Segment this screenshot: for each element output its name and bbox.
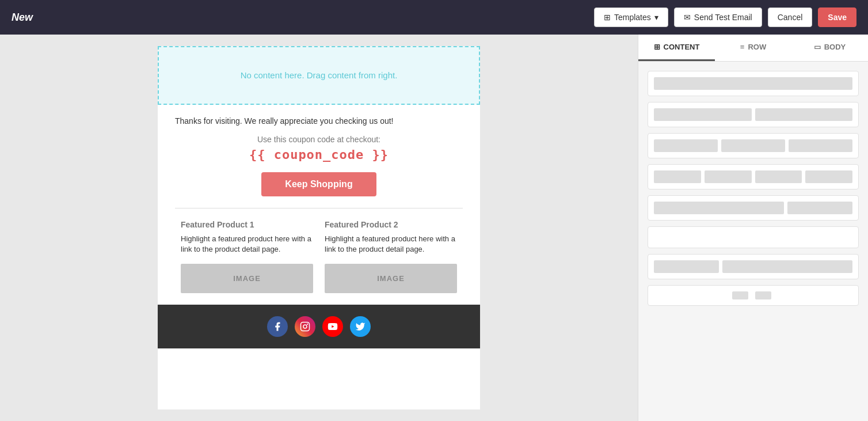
tab-row[interactable]: ≡ ROW [715,35,791,61]
svg-rect-0 [301,323,310,331]
panel-tabs: ⊞ CONTENT ≡ ROW ▭ BODY [638,35,868,62]
email-body: Thanks for visiting. We really appreciat… [158,105,480,305]
instagram-icon[interactable] [295,316,315,337]
page-title: New [12,12,33,24]
product-col-2: Featured Product 2 Highlight a featured … [325,220,457,293]
layout-complex[interactable] [648,285,859,306]
svg-point-1 [303,325,307,328]
layout-block [755,108,853,121]
layout-1col[interactable] [648,71,859,96]
save-button[interactable]: Save [818,7,856,27]
youtube-icon[interactable] [322,316,343,337]
tab-body[interactable]: ▭ BODY [791,35,868,61]
product1-title: Featured Product 1 [181,220,313,229]
templates-button[interactable]: ⊞ Templates ▾ [594,7,668,27]
product1-image: IMAGE [181,264,313,293]
layout-block [654,260,719,273]
send-test-email-button[interactable]: ✉ Send Test Email [674,7,762,27]
product-col-1: Featured Product 1 Highlight a featured … [181,220,313,293]
grid-icon: ⊞ [654,43,660,51]
coupon-label: Use this coupon code at checkout: [175,135,463,144]
chevron-down-icon: ▾ [654,13,658,22]
layout-4col[interactable] [648,164,859,189]
layout-block-small [787,202,852,214]
product2-desc: Highlight a featured product here with a… [325,234,457,255]
svg-point-2 [307,324,308,325]
layout-block [654,77,852,90]
layout-block [654,170,701,183]
coupon-code: {{ coupon_code }} [175,147,463,162]
layout-3col[interactable] [648,133,859,158]
layout-block-big [654,202,784,214]
layout-2col[interactable] [648,102,859,127]
grid-icon: ⊞ [604,13,611,22]
product2-title: Featured Product 2 [325,220,457,229]
layout-block [654,108,752,121]
layout-big-small[interactable] [648,195,859,221]
layout-block [805,170,852,183]
main-layout: No content here. Drag content from right… [0,35,868,421]
thanks-text: Thanks for visiting. We really appreciat… [175,116,463,126]
row-icon: ≡ [740,43,745,51]
layout-multi-col[interactable] [648,254,859,279]
layout-block [732,291,748,299]
keep-shopping-button[interactable]: Keep Shopping [261,172,376,196]
twitter-icon[interactable] [350,316,371,337]
layout-block [721,139,785,152]
layout-1-2col[interactable] [648,226,859,248]
header: New ⊞ Templates ▾ ✉ Send Test Email Canc… [0,0,868,35]
panel-content [638,62,868,421]
divider [175,208,463,208]
layout-block [755,170,802,183]
featured-products: Featured Product 1 Highlight a featured … [175,220,463,293]
email-canvas: No content here. Drag content from right… [158,46,480,409]
layout-block [654,139,718,152]
layout-row [752,233,755,242]
layout-block [755,291,771,299]
layout-block [722,260,852,273]
facebook-icon[interactable] [267,316,288,337]
email-icon: ✉ [684,13,691,22]
layout-block [789,139,852,152]
cancel-button[interactable]: Cancel [768,7,813,27]
canvas-area: No content here. Drag content from right… [0,35,638,421]
social-footer [158,305,480,348]
right-panel: ⊞ CONTENT ≡ ROW ▭ BODY [638,35,868,421]
layout-block [705,170,752,183]
drop-zone-text: No content here. Drag content from right… [241,70,398,80]
drop-zone[interactable]: No content here. Drag content from right… [158,46,480,105]
tab-content[interactable]: ⊞ CONTENT [638,35,715,61]
header-actions: ⊞ Templates ▾ ✉ Send Test Email Cancel S… [594,7,856,27]
body-icon: ▭ [814,43,821,51]
product2-image: IMAGE [325,264,457,293]
product1-desc: Highlight a featured product here with a… [181,234,313,255]
